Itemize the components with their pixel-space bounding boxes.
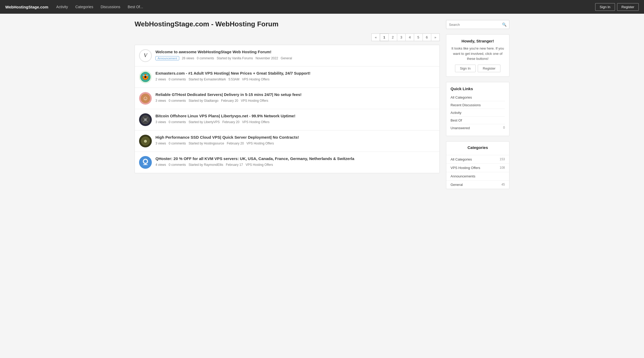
quick-link-label[interactable]: Unanswered <box>451 126 470 130</box>
category-count: 45 <box>501 183 505 186</box>
nav-link-activity[interactable]: Activity <box>56 5 68 9</box>
quick-links-section: Quick Links All CategoriesRecent Discuss… <box>446 82 509 136</box>
discussion-title[interactable]: High Performance SSD Cloud VPS| Quick Se… <box>155 135 435 140</box>
svg-point-21 <box>144 160 147 163</box>
quick-link-item[interactable]: Activity <box>451 109 505 117</box>
meta-4: VPS Hosting Offers <box>241 99 268 103</box>
discussion-body: Bitcoin Offshore Linux VPS Plans| Libert… <box>155 113 435 124</box>
discussion-title[interactable]: Welcome to awesome WebHostingStage Web H… <box>155 49 435 55</box>
meta-4: VPS Hosting Offers <box>242 120 269 124</box>
navbar: WebHostingStage.com Activity Categories … <box>0 0 644 14</box>
discussion-meta: Announcement26 views0 commentsStarted by… <box>155 56 435 60</box>
howdy-title: Howdy, Stranger! <box>451 39 505 43</box>
discussion-meta: 4 views0 commentsStarted by RaymondEllis… <box>155 163 435 167</box>
nav-brand[interactable]: WebHostingStage.com <box>5 5 48 9</box>
quick-link-count: 0 <box>503 126 505 129</box>
meta-2: Started by RaymondEllis <box>188 163 223 167</box>
pagination-page-1[interactable]: 1 <box>380 33 389 41</box>
category-label: VPS Hosting Offers <box>451 166 480 170</box>
nav-link-categories[interactable]: Categories <box>75 5 93 9</box>
meta-1: 0 comments <box>169 78 186 81</box>
meta-2: Started by Hostingsource <box>188 142 224 145</box>
discussion-meta: 3 views0 commentsStarted by Hostingsourc… <box>155 142 435 145</box>
meta-0: 3 views <box>155 120 166 124</box>
pagination-prev[interactable]: « <box>371 33 380 41</box>
category-count: 108 <box>500 166 505 170</box>
search-button[interactable]: 🔍 <box>499 20 509 29</box>
nav-link-bestof[interactable]: Best Of... <box>128 5 143 9</box>
quick-link-item[interactable]: All Categories <box>451 94 505 101</box>
meta-0: 26 views <box>182 56 194 60</box>
discussion-title[interactable]: QHoster: 20 % OFF for all KVM VPS server… <box>155 156 435 161</box>
discussion-title[interactable]: Exmasters.com - #1 Adult VPS Hosting| Ne… <box>155 71 435 76</box>
category-label: Announcements <box>451 174 475 178</box>
pagination-page-2[interactable]: 2 <box>389 33 397 41</box>
svg-text:☺: ☺ <box>143 95 148 101</box>
search-input[interactable] <box>446 21 499 29</box>
category-item[interactable]: VPS Hosting Offers108 <box>446 163 509 172</box>
discussion-avatar: ☻ <box>139 135 152 147</box>
search-box: 🔍 <box>446 20 509 29</box>
sidebar-auth-buttons: Sign In Register <box>451 65 505 72</box>
meta-1: 0 comments <box>169 99 186 103</box>
quick-link-item[interactable]: Best Of <box>451 117 505 124</box>
quick-links-title: Quick Links <box>451 86 505 91</box>
nav-link-discussions[interactable]: Discussions <box>101 5 120 9</box>
discussion-meta: 3 views0 commentsStarted by GladtangoFeb… <box>155 99 435 103</box>
svg-point-6 <box>143 75 145 76</box>
howdy-section: Howdy, Stranger! It looks like you're ne… <box>446 34 509 77</box>
discussion-avatar: V <box>139 49 152 62</box>
svg-point-15 <box>144 118 147 121</box>
meta-0: 3 views <box>155 142 166 145</box>
category-item[interactable]: General45 <box>446 180 509 189</box>
quick-link-label[interactable]: Activity <box>451 111 461 115</box>
pagination: « 1 2 3 4 5 6 » <box>135 33 440 41</box>
pagination-page-4[interactable]: 4 <box>405 33 414 41</box>
discussion-title[interactable]: Bitcoin Offshore Linux VPS Plans| Libert… <box>155 113 435 119</box>
meta-1: 0 comments <box>169 142 186 145</box>
discussion-body: Exmasters.com - #1 Adult VPS Hosting| Ne… <box>155 71 435 81</box>
discussion-title[interactable]: Reliable GTHost Dedicated Servers| Deliv… <box>155 92 435 97</box>
meta-2: Started by ExmastersMark <box>188 78 226 81</box>
category-item[interactable]: All Categories153 <box>446 155 509 163</box>
quick-link-label[interactable]: All Categories <box>451 95 472 99</box>
nav-register-button[interactable]: Register <box>617 3 639 11</box>
page-title: WebHostingStage.com - WebHosting Forum <box>135 20 440 28</box>
meta-3: November 2022 <box>255 56 278 60</box>
sidebar: 🔍 Howdy, Stranger! It looks like you're … <box>446 20 509 194</box>
sidebar-register-button[interactable]: Register <box>478 65 500 72</box>
quick-link-item[interactable]: Unanswered0 <box>451 124 505 132</box>
svg-text:☻: ☻ <box>143 138 148 144</box>
sidebar-signin-button[interactable]: Sign In <box>455 65 476 72</box>
meta-4: VPS Hosting Offers <box>242 78 269 81</box>
meta-1: 0 comments <box>169 120 186 124</box>
pagination-next[interactable]: » <box>431 33 440 41</box>
quick-link-item[interactable]: Recent Discussions <box>451 101 505 109</box>
meta-0: 3 views <box>155 99 166 103</box>
quick-link-label[interactable]: Recent Discussions <box>451 103 481 107</box>
svg-text:V: V <box>144 52 148 59</box>
nav-links: Activity Categories Discussions Best Of.… <box>56 5 595 9</box>
pagination-page-3[interactable]: 3 <box>397 33 406 41</box>
categories-title: Categories <box>446 142 509 152</box>
meta-0: 2 views <box>155 78 166 81</box>
discussion-avatar <box>139 156 152 169</box>
quick-links-list: All CategoriesRecent DiscussionsActivity… <box>451 94 505 132</box>
svg-point-7 <box>146 75 148 76</box>
meta-2: Started by Vanilla Forums <box>217 56 253 60</box>
meta-2: Started by Gladtango <box>188 99 218 103</box>
nav-signin-button[interactable]: Sign In <box>595 3 615 11</box>
discussion-item: ☻High Performance SSD Cloud VPS| Quick S… <box>135 130 439 152</box>
discussion-list: VWelcome to awesome WebHostingStage Web … <box>135 45 440 173</box>
discussion-avatar: ☺ <box>139 92 152 105</box>
discussion-body: QHoster: 20 % OFF for all KVM VPS server… <box>155 156 435 167</box>
pagination-page-5[interactable]: 5 <box>414 33 423 41</box>
howdy-description: It looks like you're new here. If you wa… <box>451 46 505 61</box>
pagination-page-6[interactable]: 6 <box>423 33 431 41</box>
category-item[interactable]: Announcements <box>446 172 509 180</box>
discussion-avatar <box>139 113 152 126</box>
quick-link-label[interactable]: Best Of <box>451 118 462 122</box>
discussion-meta: 3 views0 commentsStarted by LibertyVPSFe… <box>155 120 435 124</box>
discussion-item: ☺Reliable GTHost Dedicated Servers| Deli… <box>135 88 439 109</box>
categories-section: Categories All Categories153VPS Hosting … <box>446 141 509 189</box>
